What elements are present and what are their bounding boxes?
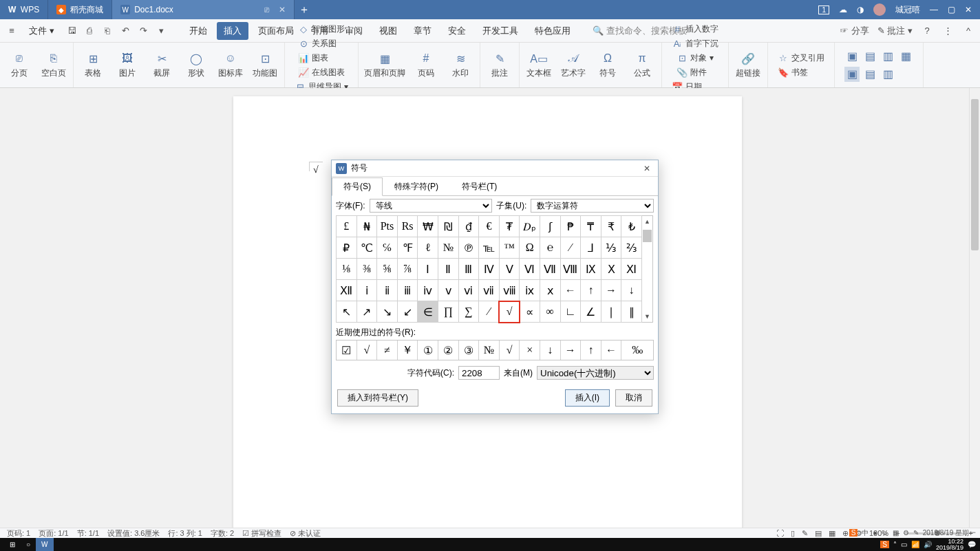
- symbol-cell[interactable]: ⅞: [397, 259, 418, 280]
- preview-icon[interactable]: ⎗: [101, 25, 114, 37]
- symbol-cell[interactable]: ↑: [581, 280, 601, 301]
- avatar[interactable]: [873, 3, 886, 16]
- annotate-button[interactable]: ✎ 批注 ▾: [877, 25, 913, 37]
- from-select[interactable]: Unicode(十六进制): [537, 366, 654, 380]
- symbol-cell[interactable]: ℓ: [418, 237, 438, 259]
- tray-battery-icon[interactable]: ▭: [901, 541, 907, 548]
- symbol-cell[interactable]: Ⅳ: [479, 259, 500, 280]
- tray-up-icon[interactable]: ˄: [893, 541, 897, 548]
- symbol-cell[interactable]: ₱: [560, 216, 581, 237]
- symbol-cell[interactable]: ⅶ: [479, 280, 500, 301]
- rib-view3-icon[interactable]: ▥: [880, 49, 895, 64]
- scroll-up-icon[interactable]: ▲: [642, 216, 652, 227]
- symbol-cell[interactable]: ℗: [458, 237, 479, 259]
- symbol-cell[interactable]: Ⅺ: [621, 259, 642, 280]
- print-icon[interactable]: ⎙: [83, 25, 96, 37]
- tray-wifi-icon[interactable]: 📶: [911, 541, 919, 548]
- recent-symbol[interactable]: ‰: [621, 341, 653, 360]
- rib-view6-icon[interactable]: ▤: [862, 67, 877, 82]
- vertical-scrollbar[interactable]: [969, 88, 980, 528]
- rib-screenshot[interactable]: ✂截屏: [148, 51, 175, 79]
- rib-hyperlink[interactable]: 🔗超链接: [734, 51, 762, 79]
- tab-insert[interactable]: 插入: [217, 22, 248, 40]
- help-icon[interactable]: ?: [921, 25, 933, 37]
- scroll-down-icon[interactable]: ▼: [642, 311, 652, 322]
- symbol-cell[interactable]: Ⅴ: [499, 259, 520, 280]
- symbol-cell[interactable]: Ⅷ: [560, 259, 581, 280]
- rib-blank-page[interactable]: ⎘空白页: [40, 51, 67, 79]
- symbol-cell[interactable]: ⅔: [621, 237, 642, 259]
- view-print-icon[interactable]: ▯: [791, 529, 795, 538]
- symbol-cell[interactable]: Rs: [397, 216, 418, 237]
- rib-relation[interactable]: ⊙关系图: [298, 38, 345, 50]
- symbol-cell[interactable]: ℃: [356, 237, 377, 259]
- rib-smart-shape[interactable]: ◇智能图形: [298, 23, 345, 35]
- symbol-cell[interactable]: Pts: [377, 216, 398, 237]
- status-lncol[interactable]: 行: 3 列: 1: [168, 528, 202, 539]
- symbol-cell[interactable]: ₦: [356, 216, 377, 237]
- notifications-icon[interactable]: 💬: [968, 541, 976, 548]
- symbol-cell[interactable]: ↓: [621, 280, 642, 301]
- rib-wordart[interactable]: 𝒜艺术字: [560, 51, 587, 79]
- tab-store[interactable]: ◆ 稻壳商城: [48, 0, 112, 19]
- symbol-cell[interactable]: ⅹ: [540, 280, 560, 301]
- tab-start[interactable]: 开始: [182, 22, 214, 40]
- symbol-cell[interactable]: ∣: [601, 301, 621, 323]
- symbol-cell[interactable]: ∈: [418, 301, 438, 323]
- symbol-cell[interactable]: ↙: [397, 301, 418, 323]
- recent-symbol[interactable]: ×: [520, 341, 540, 360]
- symbol-cell[interactable]: Ⅱ: [438, 259, 458, 280]
- dialog-close-icon[interactable]: ✕: [640, 164, 654, 173]
- rib-symbol[interactable]: Ω符号: [594, 51, 621, 79]
- undo-icon[interactable]: ↶: [119, 25, 131, 37]
- symbol-cell[interactable]: ∏: [438, 301, 458, 323]
- symbol-cell[interactable]: ₽: [337, 237, 357, 259]
- recent-symbol[interactable]: ←: [601, 341, 622, 360]
- tab-chapter[interactable]: 章节: [407, 22, 438, 40]
- recent-symbol[interactable]: ↑: [581, 341, 601, 360]
- symbol-cell[interactable]: ↘: [377, 301, 398, 323]
- rib-smartart[interactable]: ⊡功能图: [251, 51, 279, 79]
- subset-select[interactable]: 数字运算符: [531, 199, 654, 213]
- tab-add-button[interactable]: ＋: [295, 3, 314, 17]
- code-input[interactable]: [458, 366, 500, 380]
- recent-symbol[interactable]: ③: [459, 341, 480, 360]
- rib-insert-number[interactable]: #插入数字: [672, 23, 718, 35]
- rib-equation[interactable]: π公式: [628, 51, 656, 79]
- symbol-cell[interactable]: ₫: [458, 216, 479, 237]
- tab-devtools[interactable]: 开发工具: [476, 22, 525, 40]
- recent-symbol[interactable]: ￥: [398, 341, 418, 360]
- insert-to-toolbar-button[interactable]: 插入到符号栏(Y): [337, 389, 418, 407]
- rib-bookmark[interactable]: 🔖书签: [778, 67, 824, 78]
- recent-symbol[interactable]: √: [357, 341, 378, 360]
- save-icon[interactable]: 🖫: [65, 25, 78, 37]
- rib-shape[interactable]: ◯形状: [182, 51, 210, 79]
- symbol-cell[interactable]: Ⅻ: [337, 280, 357, 301]
- symbol-cell[interactable]: ⅱ: [377, 280, 398, 301]
- dialog-titlebar[interactable]: W 符号 ✕: [332, 160, 658, 177]
- status-pages[interactable]: 页面: 1/1: [39, 528, 68, 539]
- rib-annotation[interactable]: ✎批注: [486, 51, 513, 79]
- symbol-cell[interactable]: ↗: [356, 301, 377, 323]
- ime-icon[interactable]: S: [849, 529, 858, 537]
- rib-textbox[interactable]: A▭文本框: [525, 51, 553, 79]
- symbol-cell[interactable]: Ⅸ: [581, 259, 601, 280]
- symbol-cell[interactable]: ⅷ: [499, 280, 520, 301]
- symbol-cell[interactable]: ⅃: [581, 237, 601, 259]
- ime-tray-icon[interactable]: S: [880, 541, 889, 548]
- symbol-cell[interactable]: ∑: [458, 301, 479, 323]
- share-button[interactable]: ☞ 分享: [840, 25, 869, 37]
- symbol-cell[interactable]: ℉: [397, 237, 418, 259]
- scrollbar-thumb[interactable]: [971, 99, 979, 250]
- redo-icon[interactable]: ↷: [137, 25, 149, 37]
- rib-table[interactable]: ⊞表格: [79, 51, 107, 79]
- rib-dropcap[interactable]: Aᵢ首字下沉: [672, 38, 718, 50]
- more-icon[interactable]: ▾: [155, 25, 167, 37]
- status-page[interactable]: 页码: 1: [7, 528, 30, 539]
- recent-symbol[interactable]: →: [561, 341, 582, 360]
- symbol-cell[interactable]: Ⅲ: [458, 259, 479, 280]
- symbol-cell[interactable]: ⅲ: [397, 280, 418, 301]
- symbol-cell[interactable]: ⅝: [377, 259, 398, 280]
- symbol-cell[interactable]: ∞: [540, 301, 560, 323]
- recent-symbol[interactable]: ①: [418, 341, 438, 360]
